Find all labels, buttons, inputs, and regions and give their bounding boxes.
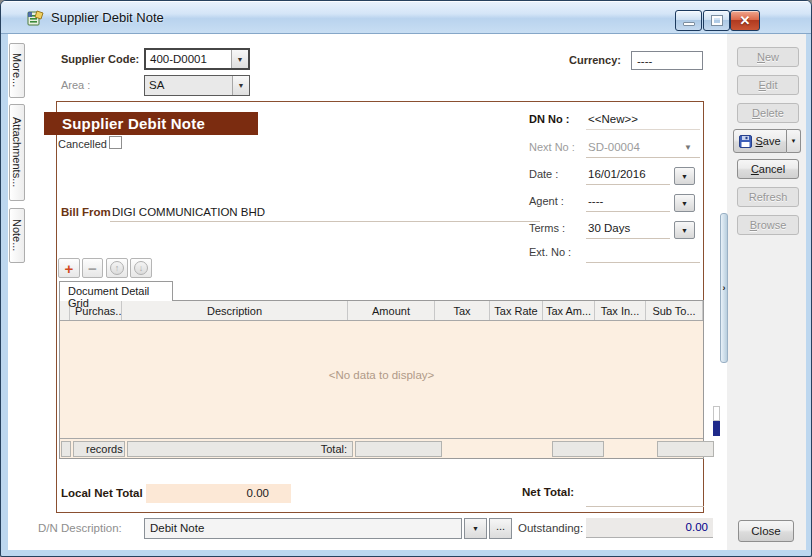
next-no-value: SD-00004 — [588, 141, 640, 153]
agent-label: Agent : — [529, 195, 564, 207]
chevron-down-icon: ▼ — [237, 56, 244, 63]
area-label: Area : — [61, 79, 90, 91]
column-header-description[interactable]: Description — [122, 301, 348, 320]
close-icon: ✕ — [740, 13, 751, 28]
date-dropdown-button[interactable]: ▼ — [674, 167, 695, 185]
column-header-tax-in[interactable]: Tax In... — [595, 301, 646, 320]
action-button-delete[interactable]: Delete — [737, 103, 799, 123]
chevron-down-icon: ▼ — [681, 227, 688, 234]
dn-no-underline — [586, 129, 700, 130]
add-row-button[interactable]: + — [58, 258, 80, 278]
dn-description-dropdown-button[interactable]: ▼ — [464, 518, 487, 539]
cancelled-checkbox[interactable] — [109, 136, 122, 149]
total-tax-amount-cell — [552, 441, 604, 457]
ext-no-label: Ext. No : — [529, 246, 571, 258]
maximize-button[interactable] — [703, 10, 730, 31]
chevron-down-icon: ▼ — [681, 200, 688, 207]
area-value[interactable]: SA — [145, 76, 232, 95]
agent-dropdown-button[interactable]: ▼ — [674, 194, 695, 212]
panel-splitter[interactable]: › — [720, 213, 728, 363]
save-floppy-icon — [739, 135, 752, 148]
close-window-button[interactable]: ✕ — [730, 10, 760, 31]
close-button[interactable]: Close — [738, 520, 794, 542]
minimize-button[interactable] — [675, 10, 702, 31]
client-area: More...Attachments...Note... Supplier Co… — [8, 34, 806, 550]
total-label-cell: Total: — [127, 441, 353, 457]
ext-no-underline — [586, 262, 700, 263]
supplier-code-value[interactable]: 400-D0001 — [146, 50, 231, 68]
ellipsis-icon: ... — [496, 520, 505, 532]
move-down-icon: ↓ — [134, 261, 148, 275]
action-button-save-dropdown[interactable]: ▼ — [787, 129, 801, 153]
grid-body[interactable]: <No data to display> — [60, 321, 703, 438]
footer-indicator-cell — [61, 441, 71, 457]
supplier-debit-note-window: Supplier Debit Note ✕ More...Attachments… — [0, 0, 812, 557]
bill-from-underline — [110, 221, 540, 222]
dn-description-label: D/N Description: — [38, 522, 122, 534]
supplier-code-combo[interactable]: 400-D0001 ▼ — [144, 48, 250, 70]
action-button-refresh[interactable]: Refresh — [737, 187, 799, 207]
grid-header-row: Purchas...DescriptionAmountTaxTax RateTa… — [60, 301, 703, 321]
currency-label: Currency: — [569, 54, 621, 66]
tab-document-detail-grid[interactable]: Document Detail Grid — [59, 281, 173, 301]
bill-from-value[interactable]: DIGI COMMUNICATION BHD — [112, 206, 265, 218]
app-icon — [27, 9, 45, 27]
terms-value[interactable]: 30 Days — [588, 222, 630, 234]
outstanding-label: Outstanding: — [518, 522, 583, 534]
column-header-tax-am[interactable]: Tax Am... — [543, 301, 595, 320]
action-button-edit[interactable]: Edit — [737, 75, 799, 95]
grid-footer-row: recordsTotal: — [60, 438, 703, 458]
outstanding-value: 0.00 — [586, 518, 713, 538]
chevron-down-icon: ▼ — [472, 525, 479, 532]
area-dropdown-button[interactable]: ▼ — [232, 76, 249, 95]
next-no-label: Next No : — [529, 141, 575, 153]
dn-description-input[interactable]: Debit Note — [144, 518, 462, 539]
cancelled-label: Cancelled — [58, 138, 107, 150]
column-header-sub-to[interactable]: Sub To... — [646, 301, 703, 320]
currency-value: ---- — [631, 51, 703, 70]
column-header-tax-rate[interactable]: Tax Rate — [490, 301, 543, 320]
remove-row-button[interactable]: − — [82, 258, 103, 278]
column-header-tax[interactable]: Tax — [435, 301, 490, 320]
sidebar-tab-note[interactable]: Note... — [9, 208, 25, 263]
titlebar[interactable]: Supplier Debit Note ✕ — [1, 1, 812, 34]
grid-empty-message: <No data to display> — [60, 369, 703, 381]
scrollbar-track[interactable] — [713, 406, 720, 421]
chevron-down-icon: ▼ — [791, 138, 797, 144]
sidebar-tab-attachments[interactable]: Attachments... — [9, 104, 25, 201]
dn-no-value: <<New>> — [588, 113, 638, 125]
total-sub-total-cell — [657, 441, 714, 457]
scrollbar-thumb[interactable] — [713, 421, 720, 436]
action-button-save[interactable]: Save — [733, 129, 787, 153]
document-detail-grid: Purchas...DescriptionAmountTaxTax RateTa… — [59, 300, 704, 459]
net-total-underline — [586, 506, 704, 507]
supplier-code-dropdown-button[interactable]: ▼ — [231, 50, 248, 68]
chevron-right-icon: › — [723, 283, 726, 293]
action-button-browse[interactable]: Browse — [737, 215, 799, 235]
action-button-new[interactable]: New — [737, 47, 799, 67]
date-value[interactable]: 16/01/2016 — [588, 168, 646, 180]
move-up-button[interactable]: ↑ — [106, 258, 128, 278]
agent-value[interactable]: ---- — [588, 195, 603, 207]
date-underline — [586, 184, 670, 185]
bill-from-label: Bill From — [61, 206, 111, 218]
total-amount-cell — [355, 441, 442, 457]
terms-label: Terms : — [529, 222, 565, 234]
next-no-dropdown-arrow[interactable]: ▼ — [684, 143, 692, 152]
remove-icon: − — [88, 261, 97, 276]
sidebar-tab-more[interactable]: More... — [9, 43, 25, 98]
supplier-code-label: Supplier Code: — [61, 53, 139, 65]
agent-underline — [586, 211, 670, 212]
dn-description-browse-button[interactable]: ... — [489, 518, 512, 539]
terms-dropdown-button[interactable]: ▼ — [674, 221, 695, 239]
area-combo[interactable]: SA ▼ — [144, 75, 250, 96]
move-down-button[interactable]: ↓ — [130, 258, 152, 278]
minimize-icon — [683, 22, 695, 26]
action-button-cancel[interactable]: Cancel — [737, 159, 799, 179]
next-no-underline — [586, 157, 700, 158]
window-title: Supplier Debit Note — [51, 10, 164, 25]
records-cell: records — [73, 441, 125, 457]
column-header-amount[interactable]: Amount — [348, 301, 435, 320]
chevron-down-icon: ▼ — [681, 173, 688, 180]
date-label: Date : — [529, 168, 558, 180]
